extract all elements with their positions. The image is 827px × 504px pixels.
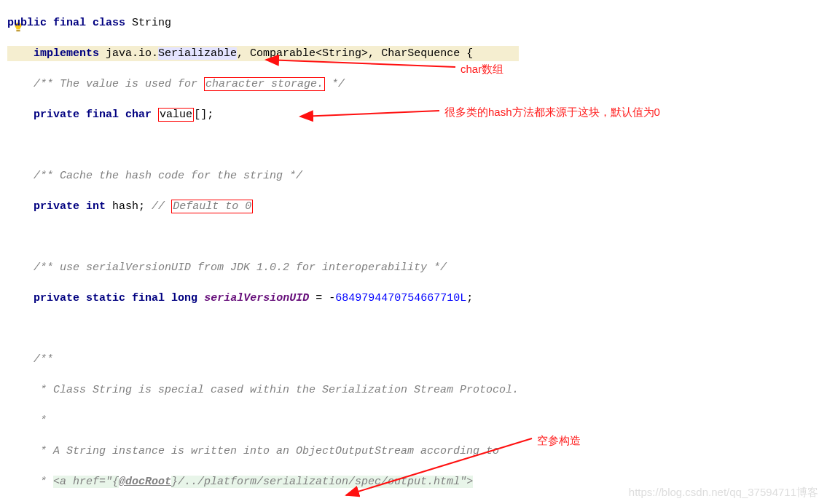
code-editor[interactable]: public final class String implements jav… (7, 0, 519, 504)
redbox-value: value (158, 108, 194, 122)
annotation-hash: 很多类的hash方法都来源于这块，默认值为0 (444, 104, 660, 119)
annotation-ctor: 空参构造 (537, 433, 581, 448)
annotation-char-array: char数组 (460, 61, 503, 76)
watermark: https://blog.csdn.net/qq_37594711博客 (629, 484, 818, 500)
redbox-default: Default to 0 (171, 200, 253, 213)
redbox-char-storage: character storage. (204, 77, 325, 91)
